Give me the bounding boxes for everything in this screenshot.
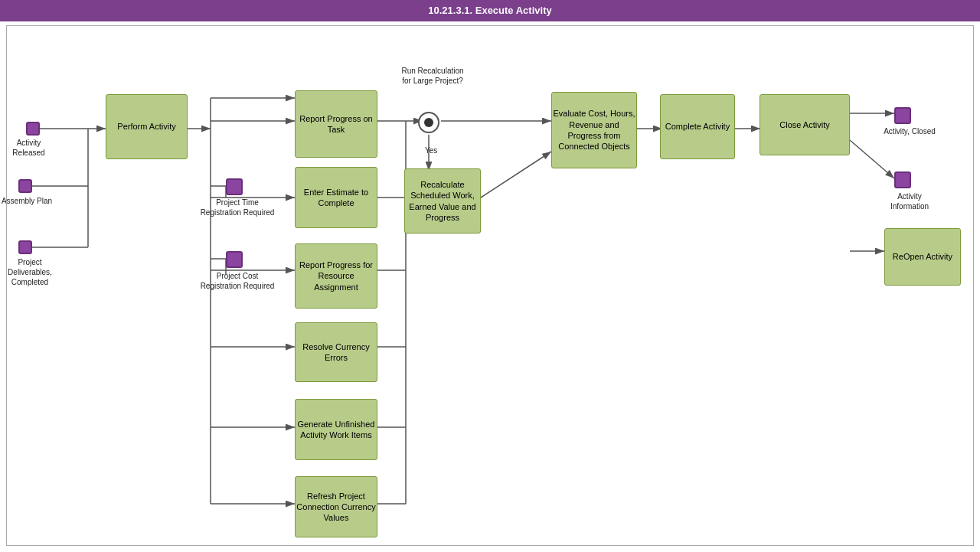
assembly-plan-event xyxy=(18,179,32,193)
run-recalculation-label: Run Recalculation for Large Project? xyxy=(398,66,467,86)
enter-estimate-node: Enter Estimate to Complete xyxy=(295,167,377,228)
activity-information-event xyxy=(894,171,911,188)
title-bar: 10.21.3.1. Execute Activity xyxy=(0,0,980,21)
activity-information-label: Activity Information xyxy=(879,191,940,211)
activity-closed-event xyxy=(894,107,911,124)
diagram-area: Activity Released Assembly Plan Project … xyxy=(0,21,980,552)
project-deliverables-event xyxy=(18,240,32,254)
project-time-reg-label: Project Time Registration Required xyxy=(199,198,276,217)
yes-label: Yes xyxy=(425,145,437,155)
page-title: 10.21.3.1. Execute Activity xyxy=(428,5,551,16)
report-progress-task-node: Report Progress on Task xyxy=(295,90,377,158)
refresh-project-node: Refresh Project Connection Currency Valu… xyxy=(295,476,377,537)
generate-unfinished-node: Generate Unfinished Activity Work Items xyxy=(295,399,377,460)
assembly-plan-label: Assembly Plan xyxy=(0,196,54,206)
activity-closed-label: Activity, Closed xyxy=(879,126,940,136)
resolve-currency-node: Resolve Currency Errors xyxy=(295,322,377,382)
gateway-inner xyxy=(424,118,433,127)
close-activity-node: Close Activity xyxy=(760,94,850,155)
reopen-activity-node: ReOpen Activity xyxy=(884,228,961,286)
svg-line-27 xyxy=(850,140,894,178)
svg-line-23 xyxy=(481,152,551,198)
report-progress-resource-node: Report Progress for Resource Assignment xyxy=(295,243,377,309)
perform-activity-node: Perform Activity xyxy=(106,94,188,159)
evaluate-cost-node: Evaluate Cost, Hours, Revenue and Progre… xyxy=(551,92,637,168)
gateway-node xyxy=(418,112,439,133)
activity-released-label: Activity Released xyxy=(0,138,57,158)
project-cost-reg-label: Project Cost Registration Required xyxy=(199,271,276,291)
activity-released-event xyxy=(26,122,40,136)
project-time-reg-event xyxy=(226,178,243,195)
complete-activity-node: Complete Activity xyxy=(660,94,735,159)
project-cost-reg-event xyxy=(226,251,243,268)
project-deliverables-label: Project Deliverables, Completed xyxy=(0,257,60,287)
recalculate-node: Recalculate Scheduled Work, Earned Value… xyxy=(404,168,481,234)
